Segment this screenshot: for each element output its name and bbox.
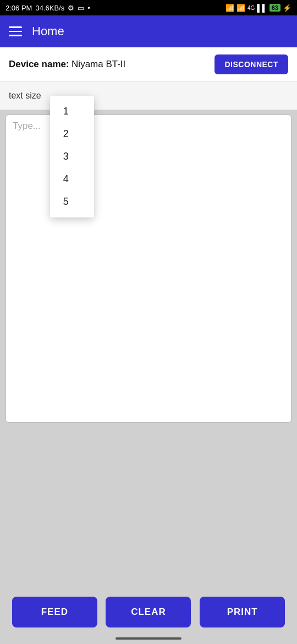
device-row: Device name: Niyama BT-II DISCONNECT: [0, 47, 297, 81]
device-name-display: Device name: Niyama BT-II: [9, 59, 125, 70]
text-size-label: text size: [9, 91, 41, 101]
dropdown-option-4[interactable]: 4: [50, 168, 94, 190]
charging-icon: ⚡: [283, 4, 292, 12]
disconnect-button[interactable]: DISCONNECT: [215, 54, 288, 74]
dropdown-option-1[interactable]: 1: [50, 100, 94, 123]
text-input-area[interactable]: Type...: [6, 114, 292, 423]
lte-icon: 4G: [248, 5, 255, 11]
wifi-icon: 📶: [226, 4, 234, 12]
text-placeholder: Type...: [13, 121, 41, 131]
bottom-bar: FEED CLEAR PRINT: [0, 597, 297, 627]
network-speed: 34.6KB/s: [35, 4, 64, 12]
dropdown-option-5[interactable]: 5: [50, 190, 94, 213]
bluetooth-icon: 📶: [237, 4, 245, 12]
text-size-row: text size 1 2 3 4 5: [0, 81, 297, 110]
settings-icon: ⚙: [68, 4, 74, 12]
dropdown-option-3[interactable]: 3: [50, 145, 94, 168]
dropdown-option-2[interactable]: 2: [50, 123, 94, 145]
app-bar: Home: [0, 15, 297, 47]
hamburger-menu-icon[interactable]: [9, 26, 22, 36]
status-right: 📶 📶 4G ▌▌ 63 ⚡: [226, 4, 292, 12]
device-label-bold: Device name:: [9, 59, 69, 69]
feed-button[interactable]: FEED: [12, 597, 97, 627]
dropdown-menu[interactable]: 1 2 3 4 5: [50, 96, 94, 217]
dot-icon: •: [87, 4, 90, 12]
signal-icon: ▌▌: [257, 4, 267, 12]
time-display: 2:06 PM: [6, 4, 32, 12]
device-name-value: Niyama BT-II: [72, 59, 125, 69]
battery-indicator: 63: [270, 4, 280, 12]
print-button[interactable]: PRINT: [200, 597, 285, 627]
clear-button[interactable]: CLEAR: [106, 597, 191, 627]
screen-icon: ▭: [78, 4, 84, 12]
status-left: 2:06 PM 34.6KB/s ⚙ ▭ •: [6, 4, 90, 12]
app-title: Home: [32, 24, 64, 39]
status-bar: 2:06 PM 34.6KB/s ⚙ ▭ • 📶 📶 4G ▌▌ 63 ⚡: [0, 0, 297, 15]
nav-indicator: [116, 637, 182, 640]
